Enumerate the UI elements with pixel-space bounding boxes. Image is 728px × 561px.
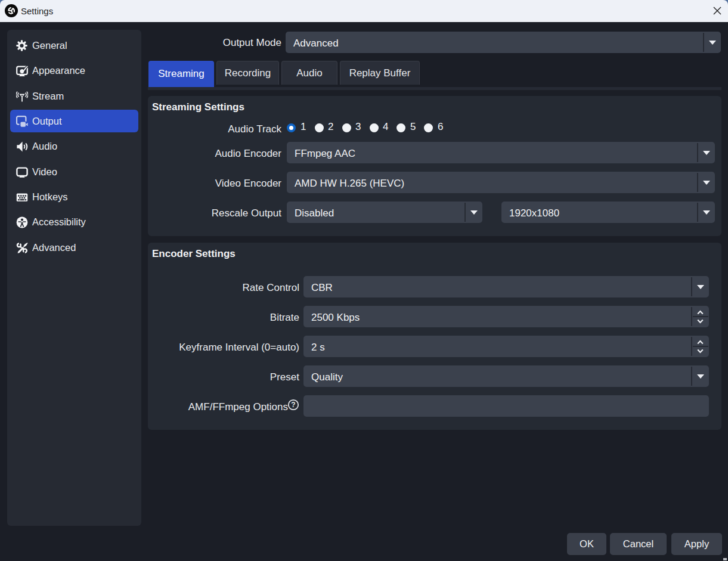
svg-text:?: ?: [291, 401, 295, 409]
